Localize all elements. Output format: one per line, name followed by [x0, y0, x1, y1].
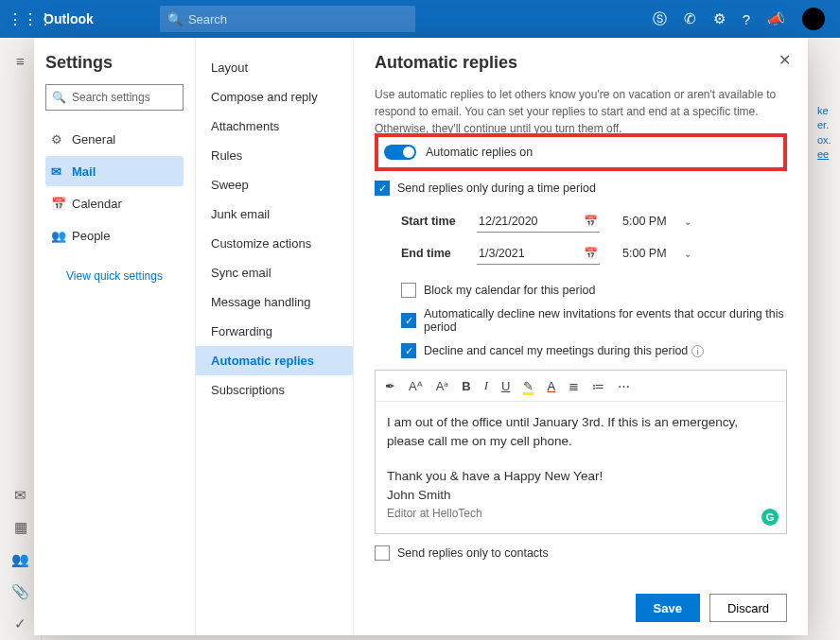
category-mail[interactable]: ✉Mail: [45, 156, 184, 186]
background-pane-hint: ke er. ox. ee: [817, 104, 834, 163]
gear-icon: ⚙: [51, 132, 72, 147]
panel-footer: Save Discard: [375, 584, 787, 622]
search-settings-input[interactable]: 🔍 Search settings: [45, 84, 184, 111]
info-icon[interactable]: i: [691, 345, 704, 357]
underline-button[interactable]: U: [501, 379, 510, 393]
reply-body-p1: I am out of the office until January 3rd…: [387, 413, 775, 452]
checkbox-decline-new-label: Automatically decline new invitations fo…: [424, 307, 787, 334]
start-time-select[interactable]: 5:00 PM⌄: [622, 215, 708, 228]
category-calendar[interactable]: 📅Calendar: [45, 188, 184, 218]
checkbox-block-calendar[interactable]: [401, 283, 416, 298]
people-icon: 👥: [51, 229, 72, 243]
font-size-down-icon[interactable]: Aᵃ: [436, 379, 449, 393]
sub-attachments[interactable]: Attachments: [196, 112, 353, 141]
category-people[interactable]: 👥People: [45, 220, 184, 251]
italic-button[interactable]: I: [484, 378, 488, 393]
sub-subscriptions[interactable]: Subscriptions: [196, 375, 353, 405]
sub-autoreplies[interactable]: Automatic replies: [196, 346, 353, 375]
reply-signature-title: Editor at HelloTech: [387, 505, 775, 522]
settings-gear-icon[interactable]: ⚙: [713, 10, 726, 27]
category-general[interactable]: ⚙General: [45, 124, 184, 154]
help-icon[interactable]: ?: [743, 11, 750, 27]
settings-subcategories-col: Layout Compose and reply Attachments Rul…: [195, 38, 354, 635]
sub-junk[interactable]: Junk email: [196, 199, 353, 229]
skype-icon[interactable]: Ⓢ: [653, 10, 667, 28]
calendar-icon: 📅: [51, 197, 72, 211]
panel-title: Automatic replies: [375, 53, 787, 73]
settings-title: Settings: [45, 53, 184, 73]
sub-compose[interactable]: Compose and reply: [196, 82, 353, 112]
checkbox-cancel-meetings-label: Decline and cancel my meetings during th…: [424, 344, 688, 357]
close-icon[interactable]: ✕: [779, 51, 791, 69]
annotation-highlight: Automatic replies on: [375, 133, 787, 171]
bold-button[interactable]: B: [462, 379, 470, 393]
sub-sync[interactable]: Sync email: [196, 258, 353, 287]
settings-detail-panel: Automatic replies ✕ Use automatic replie…: [354, 38, 808, 635]
end-time-label: End time: [401, 247, 477, 260]
checkbox-cancel-meetings[interactable]: ✓: [401, 343, 416, 358]
search-icon: 🔍: [52, 91, 66, 104]
autoreplies-toggle-label: Automatic replies on: [426, 146, 533, 159]
calendar-icon: 📅: [584, 247, 598, 260]
end-time-select[interactable]: 5:00 PM⌄: [622, 247, 708, 260]
view-quick-settings-link[interactable]: View quick settings: [45, 269, 184, 283]
search-placeholder: Search: [188, 12, 227, 26]
editor-toolbar: ✒ Aᴬ Aᵃ B I U ✎ A ≣ ≔ ⋯: [376, 371, 786, 402]
font-color-button[interactable]: A: [547, 379, 555, 393]
sub-msghandling[interactable]: Message handling: [196, 287, 353, 317]
notifications-icon[interactable]: 📣: [767, 10, 785, 27]
discard-button[interactable]: Discard: [709, 594, 787, 622]
sub-rules[interactable]: Rules: [196, 141, 353, 170]
settings-modal: Settings 🔍 Search settings ⚙General ✉Mai…: [34, 38, 808, 635]
panel-description: Use automatic replies to let others know…: [375, 86, 787, 137]
checkbox-contacts-only[interactable]: [375, 545, 390, 561]
waffle-icon[interactable]: ⋮⋮⋮: [8, 10, 40, 28]
autoreplies-toggle[interactable]: [384, 145, 416, 160]
calendar-icon: 📅: [584, 215, 598, 228]
editor-body[interactable]: I am out of the office until January 3rd…: [376, 402, 786, 533]
sub-layout[interactable]: Layout: [196, 53, 353, 82]
font-size-up-icon[interactable]: Aᴬ: [409, 379, 423, 393]
sub-sweep[interactable]: Sweep: [196, 170, 353, 199]
avatar[interactable]: [802, 8, 825, 30]
settings-categories-col: Settings 🔍 Search settings ⚙General ✉Mai…: [34, 38, 195, 635]
reply-editor: ✒ Aᴬ Aᵃ B I U ✎ A ≣ ≔ ⋯ I am out of the …: [375, 370, 787, 534]
reply-body-p2: Thank you & have a Happy New Year!: [387, 467, 775, 486]
chevron-down-icon: ⌄: [684, 249, 691, 259]
format-painter-icon[interactable]: ✒: [385, 379, 395, 393]
checkbox-decline-new[interactable]: ✓: [401, 313, 416, 328]
bullets-icon[interactable]: ≣: [569, 379, 579, 393]
mail-icon: ✉: [51, 164, 72, 179]
chevron-down-icon: ⌄: [684, 216, 691, 227]
checkbox-time-period-label: Send replies only during a time period: [397, 182, 596, 195]
end-date-input[interactable]: 1/3/2021📅: [477, 243, 600, 265]
checkbox-time-period[interactable]: ✓: [375, 181, 390, 196]
sub-customize[interactable]: Customize actions: [196, 229, 353, 258]
sub-forwarding[interactable]: Forwarding: [196, 317, 353, 346]
outlook-topbar: ⋮⋮⋮ Outlook 🔍 Search Ⓢ ✆ ⚙ ? 📣: [0, 0, 840, 38]
checkbox-block-calendar-label: Block my calendar for this period: [424, 284, 595, 297]
more-format-icon[interactable]: ⋯: [618, 379, 630, 393]
start-time-label: Start time: [401, 215, 477, 228]
numbering-icon[interactable]: ≔: [592, 379, 604, 393]
start-date-input[interactable]: 12/21/2020📅: [477, 211, 600, 233]
search-icon: 🔍: [167, 12, 183, 26]
reply-signature-name: John Smith: [387, 486, 775, 505]
grammarly-icon[interactable]: G: [761, 509, 779, 526]
global-search[interactable]: 🔍 Search: [160, 6, 415, 32]
highlight-button[interactable]: ✎: [523, 379, 534, 393]
app-name: Outlook: [44, 11, 94, 26]
outbox-icon[interactable]: ✆: [684, 10, 696, 27]
save-button[interactable]: Save: [636, 594, 700, 622]
checkbox-contacts-only-label: Send replies only to contacts: [397, 546, 549, 560]
